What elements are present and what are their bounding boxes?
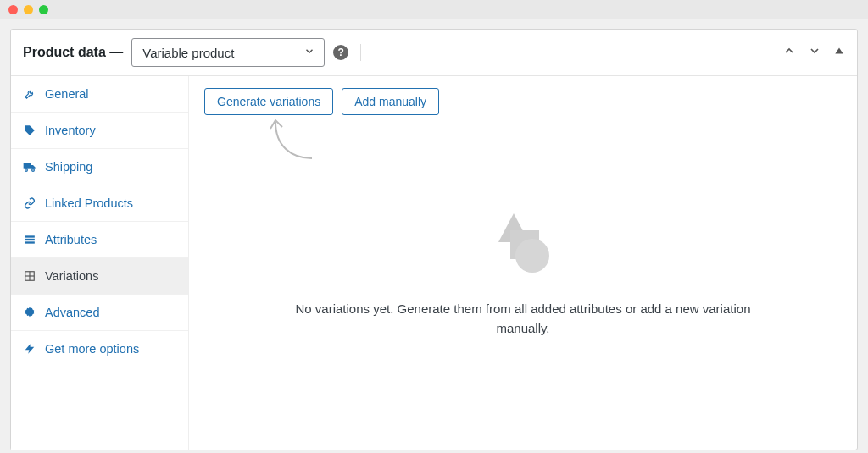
- lightning-icon: [23, 342, 36, 356]
- help-icon[interactable]: ?: [333, 45, 348, 60]
- link-icon: [23, 196, 36, 210]
- add-manually-button[interactable]: Add manually: [342, 88, 439, 115]
- wrench-icon: [23, 87, 36, 101]
- sidebar-item-label: Variations: [45, 269, 98, 283]
- chevron-down-icon: [303, 46, 315, 60]
- svg-marker-11: [25, 344, 35, 354]
- svg-point-3: [32, 169, 35, 172]
- sidebar-item-get-more-options[interactable]: Get more options: [11, 331, 188, 367]
- empty-state: No variations yet. Generate them from al…: [204, 208, 842, 338]
- empty-shapes-icon: [488, 208, 558, 278]
- panel-controls: [782, 44, 845, 61]
- svg-point-2: [25, 169, 28, 172]
- minimize-window-icon[interactable]: [24, 5, 33, 14]
- product-data-sidebar: General Inventory Shipping Linked Produc…: [11, 76, 189, 450]
- svg-marker-0: [835, 48, 843, 54]
- list-icon: [23, 233, 36, 246]
- sidebar-item-attributes[interactable]: Attributes: [11, 222, 188, 258]
- sidebar-item-label: Advanced: [45, 306, 100, 319]
- sidebar-item-general[interactable]: General: [11, 76, 188, 113]
- empty-message: No variations yet. Generate them from al…: [286, 300, 760, 338]
- sidebar-item-label: Inventory: [45, 124, 96, 137]
- svg-rect-5: [25, 239, 35, 240]
- divider: [360, 44, 361, 61]
- product-data-panel: Product data — Variable product ?: [10, 29, 858, 450]
- move-down-icon[interactable]: [808, 44, 821, 61]
- window-chrome: [0, 0, 868, 19]
- svg-rect-6: [25, 241, 35, 243]
- sidebar-item-variations[interactable]: Variations: [11, 258, 188, 295]
- sidebar-item-label: General: [45, 87, 89, 101]
- move-up-icon[interactable]: [782, 44, 796, 61]
- svg-rect-1: [24, 163, 31, 169]
- panel-header: Product data — Variable product ?: [11, 30, 857, 76]
- gear-icon: [23, 306, 36, 319]
- sidebar-item-shipping[interactable]: Shipping: [11, 149, 188, 185]
- maximize-window-icon[interactable]: [39, 5, 48, 14]
- sidebar-item-label: Shipping: [45, 160, 92, 174]
- product-type-value: Variable product: [142, 46, 234, 60]
- truck-icon: [23, 160, 36, 174]
- svg-rect-4: [25, 235, 35, 237]
- sidebar-item-label: Linked Products: [45, 196, 133, 210]
- sidebar-item-label: Attributes: [45, 233, 97, 246]
- product-type-select[interactable]: Variable product: [131, 38, 325, 67]
- variations-content: Generate variations Add manually No: [189, 76, 857, 450]
- panel-body: General Inventory Shipping Linked Produc…: [11, 76, 857, 450]
- sidebar-item-label: Get more options: [45, 342, 139, 356]
- grid-icon: [23, 269, 36, 283]
- sidebar-item-linked-products[interactable]: Linked Products: [11, 185, 188, 222]
- tag-icon: [23, 124, 36, 137]
- panel-title: Product data —: [23, 45, 123, 60]
- sidebar-item-inventory[interactable]: Inventory: [11, 113, 188, 149]
- toggle-panel-icon[interactable]: [833, 45, 845, 60]
- arrow-hint-icon: [265, 112, 325, 166]
- close-window-icon[interactable]: [8, 5, 18, 14]
- sidebar-item-advanced[interactable]: Advanced: [11, 295, 188, 331]
- svg-point-14: [515, 239, 549, 273]
